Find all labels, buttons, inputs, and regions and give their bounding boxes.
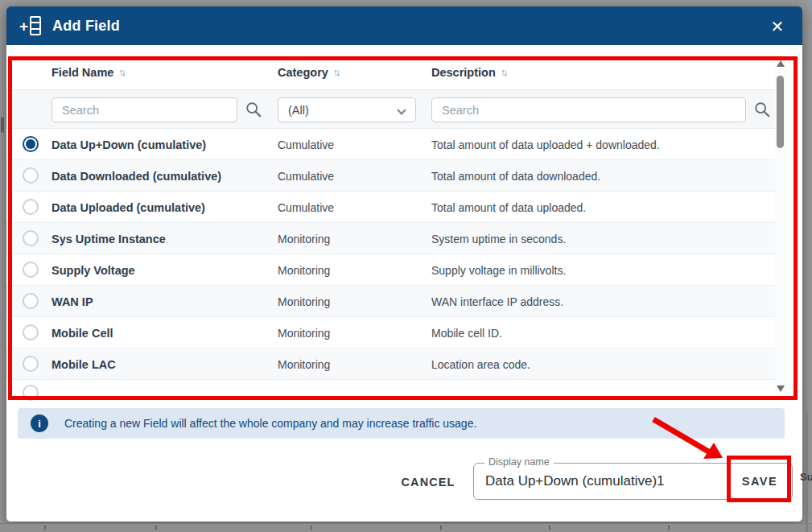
add-field-dialog: + Add Field ✕ Field Name ↑↓ Category ↑↓ …: [6, 6, 802, 522]
display-name-value[interactable]: Data Up+Down (cumulative)1: [485, 464, 665, 499]
field-name-cell: WAN IP: [52, 286, 93, 317]
category-cell: Cumulative: [278, 129, 334, 160]
scroll-up-arrow-icon[interactable]: [777, 60, 785, 67]
radio-button[interactable]: [23, 230, 39, 246]
field-name-cell: Mobile Cell: [52, 317, 113, 348]
background-tick: [668, 526, 670, 530]
radio-button[interactable]: [23, 356, 39, 372]
sort-icon[interactable]: ↑↓: [118, 67, 124, 78]
cancel-button[interactable]: CANCEL: [396, 471, 460, 493]
background-tick: [155, 526, 157, 530]
scroll-down-arrow-icon[interactable]: [777, 386, 785, 392]
filter-row: (All): [6, 90, 775, 129]
add-field-icon: +: [19, 16, 41, 35]
field-name-cell: Mobile LAC: [52, 348, 116, 380]
sort-icon[interactable]: ↑↓: [501, 67, 506, 78]
field-name-search-input[interactable]: [52, 97, 237, 122]
description-cell: Mobile cell ID.: [431, 317, 502, 348]
radio-button[interactable]: [23, 293, 39, 309]
background-edge-strip: [0, 523, 812, 532]
category-cell: Monitoring: [278, 254, 330, 286]
save-button[interactable]: SAVE: [732, 469, 788, 493]
column-header-category[interactable]: Category ↑↓: [278, 66, 338, 79]
dialog-header: + Add Field ✕: [6, 6, 802, 45]
display-name-field[interactable]: Display name Data Up+Down (cumulative)1 …: [473, 463, 793, 500]
background-tick: [549, 526, 550, 530]
category-dropdown[interactable]: (All): [278, 97, 416, 122]
table-row[interactable]: Mobile LAC Monitoring Location area code…: [6, 348, 775, 380]
background-fragment: [1, 117, 4, 133]
description-cell: Total amount of data uploaded + download…: [431, 129, 660, 160]
radio-button[interactable]: [23, 385, 39, 401]
category-cell: Cumulative: [278, 160, 334, 192]
category-cell: Monitoring: [278, 317, 330, 348]
field-name-cell: Data Up+Down (cumulative): [52, 129, 206, 160]
sort-icon[interactable]: ↑↓: [333, 67, 339, 78]
background-tick: [440, 526, 442, 530]
radio-button[interactable]: [23, 136, 39, 152]
table-row[interactable]: Data Uploaded (cumulative) Cumulative To…: [6, 192, 775, 223]
field-name-cell: Data Downloaded (cumulative): [52, 160, 221, 192]
table-scrollbar[interactable]: [775, 56, 786, 396]
info-banner-text: Creating a new Field will affect the who…: [64, 417, 476, 430]
info-banner: i Creating a new Field will affect the w…: [18, 408, 785, 439]
scrollbar-thumb[interactable]: [777, 76, 784, 148]
background-clipped-text: Su: [800, 471, 812, 483]
plus-icon: +: [19, 19, 28, 34]
radio-button[interactable]: [23, 167, 39, 184]
description-cell: Location area code.: [431, 348, 530, 380]
description-cell: System uptime in seconds.: [431, 223, 566, 254]
column-header-description[interactable]: Description ↑↓: [431, 66, 505, 79]
table-icon: [30, 16, 41, 35]
description-search-input[interactable]: [431, 97, 746, 122]
table-row[interactable]: [6, 380, 775, 401]
radio-button[interactable]: [23, 262, 39, 278]
close-icon[interactable]: ✕: [767, 16, 788, 37]
table-rows: Data Up+Down (cumulative) Cumulative Tot…: [6, 129, 775, 401]
info-icon: i: [31, 414, 48, 432]
table-row[interactable]: Mobile Cell Monitoring Mobile cell ID.: [6, 317, 775, 348]
description-cell: Supply voltage in millivolts.: [431, 254, 566, 286]
category-cell: Monitoring: [278, 348, 330, 380]
category-cell: Monitoring: [278, 286, 330, 317]
search-icon[interactable]: [753, 101, 771, 118]
dialog-title: Add Field: [52, 18, 120, 35]
field-name-cell: Data Uploaded (cumulative): [52, 192, 205, 223]
description-cell: WAN interface IP address.: [431, 286, 563, 317]
table-row[interactable]: Supply Voltage Monitoring Supply voltage…: [6, 254, 775, 286]
field-name-cell: Supply Voltage: [52, 254, 135, 286]
table-row[interactable]: Data Downloaded (cumulative) Cumulative …: [6, 160, 775, 192]
search-icon[interactable]: [245, 101, 262, 118]
radio-button[interactable]: [23, 199, 39, 215]
background-tick: [311, 526, 312, 530]
table-row[interactable]: Sys Uptime Instance Monitoring System up…: [6, 223, 775, 254]
radio-button[interactable]: [23, 324, 39, 340]
description-cell: Total amount of data uploaded.: [431, 192, 586, 223]
description-cell: Total amount of data downloaded.: [431, 160, 600, 192]
table-row[interactable]: WAN IP Monitoring WAN interface IP addre…: [6, 286, 775, 317]
table-row[interactable]: Data Up+Down (cumulative) Cumulative Tot…: [6, 129, 775, 160]
column-header-field-name[interactable]: Field Name ↑↓: [52, 66, 124, 79]
field-name-cell: Sys Uptime Instance: [52, 223, 166, 254]
table-header-row: Field Name ↑↓ Category ↑↓ Description ↑↓: [6, 56, 775, 90]
background-tick: [44, 526, 46, 530]
screen: + Add Field ✕ Field Name ↑↓ Category ↑↓ …: [0, 0, 812, 532]
category-cell: Monitoring: [278, 223, 330, 254]
category-cell: Cumulative: [278, 192, 334, 223]
chevron-down-icon: [397, 105, 406, 114]
